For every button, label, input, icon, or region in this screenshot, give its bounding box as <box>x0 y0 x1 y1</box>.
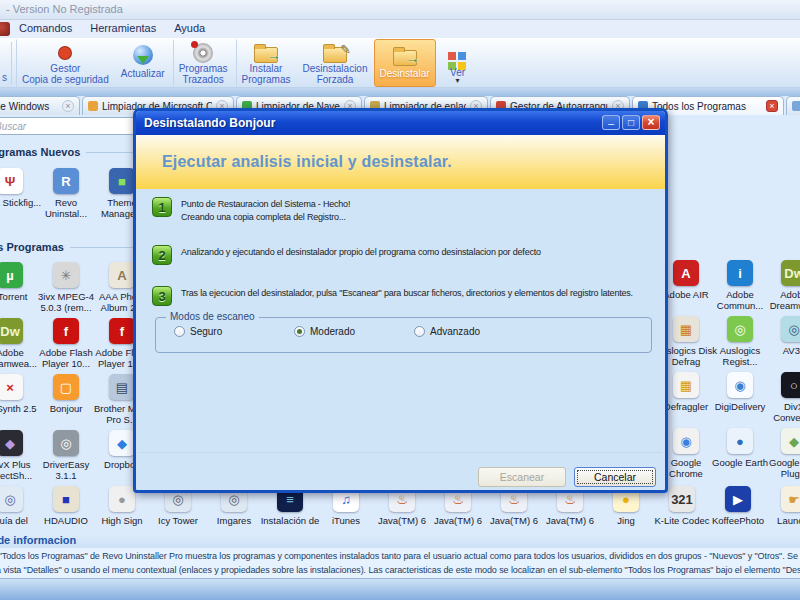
tab-close-icon[interactable] <box>62 100 74 112</box>
program-icon: ▦ <box>673 316 699 342</box>
program-item[interactable]: ● Google Earth <box>713 426 767 482</box>
program-label: Imgares <box>217 515 251 526</box>
dialog-steps: 1 Punto de Restauracion del Sistema - He… <box>152 197 655 306</box>
program-item[interactable]: ◆ Google Talk Plugin <box>767 426 800 482</box>
globe-icon <box>133 45 153 65</box>
toolbar-button[interactable]: Ver ▾ <box>436 39 480 87</box>
program-item[interactable]: µ uTorrent <box>0 260 38 316</box>
minimize-icon[interactable] <box>602 115 620 130</box>
program-item[interactable]: ◎ Guía del <box>0 484 38 540</box>
dialog-titlebar[interactable]: Desinstalando Bonjour <box>136 111 665 135</box>
dropdown-caret-icon[interactable]: ▾ <box>456 76 460 85</box>
close-icon[interactable] <box>642 115 660 130</box>
app-window: - Version No Registrada ComandosHerramie… <box>0 0 800 600</box>
menu-items: ComandosHerramientasAyuda <box>10 20 214 38</box>
toolbar-button[interactable]: Desinstalar ▾ <box>374 39 436 87</box>
program-icon: Ψ <box>0 168 23 194</box>
radio-icon[interactable] <box>174 326 185 337</box>
info-panel: Panel de informacion El modo "Todos los … <box>0 533 800 578</box>
scan-mode-radio[interactable]: Seguro <box>174 326 294 337</box>
tab[interactable]: Herramientas de Windows <box>0 96 80 115</box>
program-icon: A <box>673 260 699 286</box>
program-label: Adobe Dreamwe... <box>762 289 800 311</box>
program-icon: ● <box>109 486 135 512</box>
program-icon: ✳ <box>53 262 79 288</box>
program-item[interactable]: ◆ DivX Plus DirectSh... <box>0 428 38 484</box>
program-item[interactable]: ✳ 3ivx MPEG-4 5.0.3 (rem... <box>38 260 94 316</box>
program-label: Launc... <box>777 515 800 526</box>
program-item[interactable]: f Adobe Flash Player 10... <box>38 316 94 372</box>
program-label: Instalación de <box>261 515 320 526</box>
radio-icon[interactable] <box>294 326 305 337</box>
program-item[interactable]: ▢ Bonjour <box>38 372 94 428</box>
cancel-button[interactable]: Cancelar <box>574 467 656 487</box>
program-item[interactable]: ■ HDAUDIO <box>38 484 94 540</box>
dialog-separator <box>139 452 662 453</box>
program-label: Java(TM) 6 <box>434 515 482 526</box>
tab-close-icon[interactable] <box>766 100 778 112</box>
program-icon: ◆ <box>0 430 23 456</box>
toolbar-button[interactable]: Desinstalacion Forzada ▾ <box>296 39 373 87</box>
menu-item[interactable]: Ayuda <box>165 20 214 38</box>
program-item[interactable]: ◎ Auslogics Regist... <box>713 314 767 370</box>
scan-mode-radio[interactable]: Advanzado <box>414 326 534 337</box>
toolbar-button[interactable]: Programas Trazados ▾ <box>173 39 234 87</box>
step-row: 3 Tras la ejecucion del desinstalador, p… <box>152 286 655 306</box>
program-label: K-Lite Codec <box>655 515 710 526</box>
step-row: 1 Punto de Restauracion del Sistema - He… <box>152 197 655 224</box>
folder-install-icon <box>254 47 278 63</box>
dialog-banner: Ejecutar analisis inicial y desinstalar. <box>136 135 665 189</box>
program-item[interactable]: Ψ Pivot Stickfig... <box>0 166 38 222</box>
program-icon: ● <box>727 428 753 454</box>
tab[interactable]: Programas <box>786 96 800 115</box>
program-label: Java(TM) 6 <box>378 515 426 526</box>
step-row: 2 Analizando y ejecutando el desinstalad… <box>152 245 655 265</box>
program-icon: A <box>109 262 135 288</box>
disc-icon <box>193 43 213 63</box>
menu-item[interactable]: Herramientas <box>81 20 165 38</box>
program-label: DriverEasy 3.1.1 <box>34 459 98 481</box>
folder-uninstall-icon <box>393 50 417 66</box>
program-item[interactable]: ○ DivX Converter <box>767 370 800 426</box>
program-item[interactable]: Dw Adobe Dreamwe... <box>767 258 800 314</box>
program-item[interactable]: ◉ DigiDelivery <box>713 370 767 426</box>
program-item[interactable]: Dw Adobe Dreamwea... <box>0 316 38 372</box>
program-icon: Dw <box>781 260 800 286</box>
program-icon: R <box>53 168 79 194</box>
maximize-icon[interactable] <box>622 115 640 130</box>
radio-icon[interactable] <box>414 326 425 337</box>
step-number-badge: 3 <box>152 286 172 306</box>
menu-item[interactable]: Comandos <box>10 20 81 38</box>
toolbar-partial-button[interactable]: s <box>2 72 7 83</box>
program-label: iTunes <box>332 515 360 526</box>
program-icon: ◆ <box>781 428 800 454</box>
program-label: HDAUDIO <box>44 515 88 526</box>
program-icon: ◎ <box>0 486 23 512</box>
toolbar-button[interactable]: Gestor Copia de seguridad ▾ <box>16 39 115 87</box>
program-label: Adobe Flash Player 10... <box>34 347 98 369</box>
program-icon: f <box>53 318 79 344</box>
program-item[interactable]: i Adobe Commun... <box>713 258 767 314</box>
tab-icon <box>792 101 800 111</box>
toolbar-separator <box>11 42 12 84</box>
program-item[interactable]: ◎ DriverEasy 3.1.1 <box>38 428 94 484</box>
dialog-title: Desinstalando Bonjour <box>144 116 275 130</box>
toolbar-button[interactable]: Actualizar ▾ <box>115 39 171 87</box>
program-item[interactable]: R Revo Uninstal... <box>38 166 94 222</box>
scan-button[interactable]: Escanear <box>478 467 566 487</box>
program-item[interactable]: ☛ Launc... <box>766 484 800 540</box>
scan-mode-radio[interactable]: Moderado <box>294 326 414 337</box>
dialog-banner-text: Ejecutar analisis inicial y desinstalar. <box>162 153 452 171</box>
app-icon <box>0 22 10 36</box>
toolbar-button[interactable]: Instalar Programas ▾ <box>236 39 297 87</box>
program-icon: 321 <box>669 486 695 512</box>
program-item[interactable]: ▶ KoffeePhoto <box>710 484 766 540</box>
window-title: - Version No Registrada <box>6 3 123 15</box>
step-number-badge: 1 <box>152 197 172 217</box>
program-item[interactable]: × AviSynth 2.5 <box>0 372 38 428</box>
menu-bar: ComandosHerramientasAyuda <box>0 20 800 38</box>
program-icon: ◉ <box>727 372 753 398</box>
program-icon: ▦ <box>673 372 699 398</box>
program-item[interactable]: ◎ AV30 <box>767 314 800 370</box>
scan-modes-legend: Modos de escaneo <box>166 311 259 322</box>
